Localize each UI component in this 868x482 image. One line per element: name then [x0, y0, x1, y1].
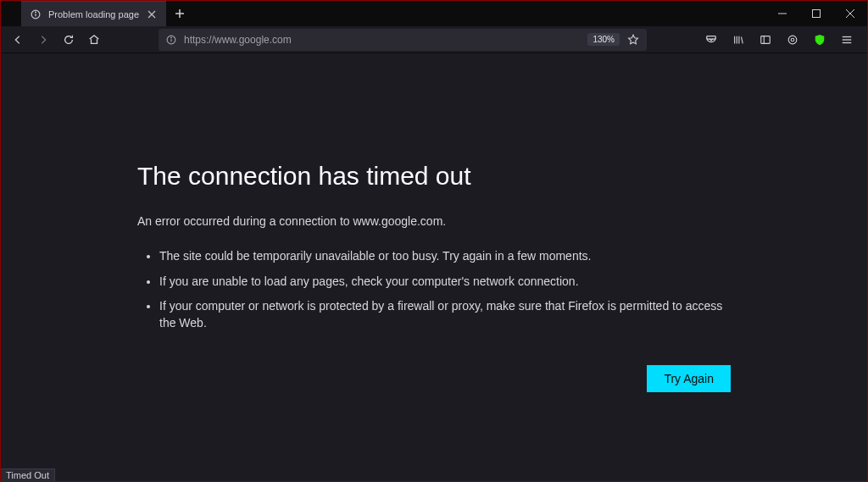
svg-rect-8 [813, 10, 821, 18]
try-again-button[interactable]: Try Again [647, 365, 731, 392]
shield-icon[interactable] [808, 28, 832, 52]
svg-point-22 [791, 38, 794, 42]
reload-button[interactable] [57, 28, 81, 52]
error-title: The connection has timed out [137, 162, 731, 191]
status-bar: Timed Out [1, 468, 55, 481]
svg-rect-14 [707, 36, 716, 39]
maximize-button[interactable] [799, 1, 833, 26]
tab-spacer [1, 1, 21, 26]
toolbar-right [699, 28, 862, 52]
list-item: If your computer or network is protected… [159, 298, 731, 331]
nav-bar: https://www.google.com 130% [1, 26, 867, 53]
url-text: https://www.google.com [184, 34, 292, 46]
svg-point-13 [171, 37, 172, 38]
close-icon[interactable] [146, 8, 158, 20]
window-controls [765, 1, 867, 26]
tab-bar: Problem loading page [1, 1, 867, 26]
svg-rect-19 [761, 36, 771, 43]
svg-line-18 [742, 36, 743, 43]
svg-point-2 [36, 12, 36, 13]
svg-point-21 [788, 36, 797, 44]
url-bar[interactable]: https://www.google.com 130% [159, 29, 647, 51]
home-button[interactable] [82, 28, 106, 52]
info-icon[interactable] [165, 34, 177, 46]
error-suggestion-list: The site could be temporarily unavailabl… [137, 248, 731, 331]
error-description: An error occurred during a connection to… [137, 214, 731, 228]
page-content: The connection has timed out An error oc… [1, 53, 867, 466]
library-icon[interactable] [726, 28, 750, 52]
bookmark-star-icon[interactable] [626, 33, 640, 47]
pocket-icon[interactable] [699, 28, 723, 52]
minimize-button[interactable] [765, 1, 799, 26]
info-icon [30, 8, 42, 20]
menu-icon[interactable] [835, 28, 859, 52]
zoom-badge[interactable]: 130% [587, 33, 620, 46]
sidebar-icon[interactable] [754, 28, 777, 52]
forward-button[interactable] [31, 28, 55, 52]
tab-title: Problem loading page [48, 9, 139, 19]
back-button[interactable] [6, 28, 30, 52]
list-item: The site could be temporarily unavailabl… [159, 248, 731, 265]
error-container: The connection has timed out An error oc… [137, 162, 731, 466]
browser-tab[interactable]: Problem loading page [21, 1, 166, 26]
list-item: If you are unable to load any pages, che… [159, 274, 731, 291]
new-tab-button[interactable] [166, 1, 193, 26]
extension-icon[interactable] [781, 28, 804, 52]
window-close-button[interactable] [833, 1, 867, 26]
